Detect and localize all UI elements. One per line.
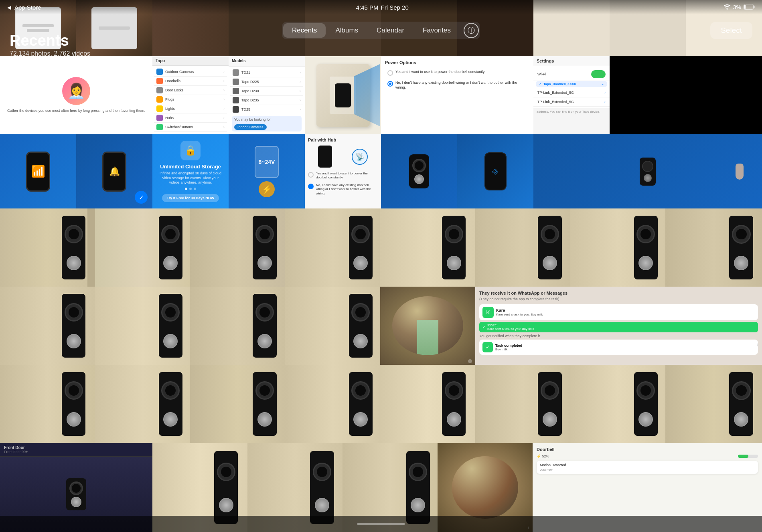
grid-cell[interactable]: [665, 365, 762, 443]
tab-albums[interactable]: Albums: [326, 23, 367, 38]
chat-subtitle: (They do not require the app to complete…: [479, 297, 758, 301]
wifi-symbol-icon: 📶: [31, 165, 45, 178]
doorbell-time: Just now: [540, 468, 755, 471]
notif-name: Kare: [496, 308, 543, 313]
grid-cell[interactable]: 🔒 Unlimited Cloud Storage Infinite and e…: [152, 134, 229, 208]
grid-cell[interactable]: [533, 134, 762, 208]
status-left: ◀ App Store: [7, 4, 41, 11]
grid-cell[interactable]: Pair with Hub 📡 Yes and I want to use it…: [305, 134, 381, 208]
screenshot-header: Tapo: [152, 56, 229, 66]
grid-cell[interactable]: 🔔 ✓: [76, 134, 152, 208]
front-door-label: Front Door: [4, 445, 148, 450]
task-number: 335251: [487, 324, 534, 327]
grid-cell[interactable]: [0, 287, 95, 365]
grid-row-2: 👩‍💼 Gather the devices you use most ofte…: [0, 56, 762, 134]
marketing-title: Unlimited Cloud Storage: [160, 164, 221, 170]
doorbell-icon: 🔔: [109, 166, 120, 177]
tab-recents[interactable]: Recents: [283, 23, 326, 38]
pair-option-2: No, I don't have any existing doorbell w…: [316, 183, 378, 196]
doorbell-status: Motion Detected: [540, 463, 755, 467]
marketing-cta-button[interactable]: Try It Free for 30 Days NOW: [162, 194, 219, 202]
grid-cell[interactable]: [380, 287, 475, 365]
grid-cell[interactable]: [475, 365, 570, 443]
chat-title: They receive it on WhatsApp or Messages: [479, 291, 758, 295]
tab-calendar[interactable]: Calendar: [368, 23, 413, 38]
grid-cell[interactable]: Models TD21› Tapo D225› Tapo D230› Tapo …: [229, 56, 305, 134]
lightning-icon: ⚡: [262, 184, 272, 194]
marketing-desc: Infinite and encrypted 30 days of cloud …: [159, 171, 222, 185]
grid-cell[interactable]: [285, 287, 380, 365]
battery-pct: 3%: [733, 4, 741, 10]
grid-cell[interactable]: [475, 208, 570, 287]
check-icon: ✓: [482, 325, 486, 329]
grid-cell[interactable]: [190, 208, 285, 287]
task-complete-label: Task completed: [495, 344, 522, 348]
nav-dot: [185, 188, 187, 190]
grid-cell[interactable]: 8~24V ⚡: [229, 134, 305, 208]
grid-row-4: [0, 208, 762, 287]
fisheye-indicator: [468, 359, 472, 363]
grid-cell[interactable]: [0, 208, 95, 287]
indoor-cameras-tag[interactable]: Indoor Cameras: [234, 124, 267, 130]
bottom-bar: [0, 516, 762, 532]
battery-percent: ⚡ 52%: [537, 454, 549, 458]
grid-cell[interactable]: [95, 287, 190, 365]
grid-cell[interactable]: 📶: [0, 134, 76, 208]
grid-cell[interactable]: [570, 208, 665, 287]
time-display: 4:45 PM: [356, 4, 379, 11]
nav-dot: [189, 188, 192, 190]
grid-cell[interactable]: [305, 56, 381, 134]
check-badge: ✓: [135, 191, 148, 204]
grid-cell[interactable]: They receive it on WhatsApp or Messages …: [475, 287, 762, 365]
wifi-hint-text: address. You can find it on your Tapo de…: [533, 108, 610, 115]
bluetooth-icon: ⎆: [492, 165, 499, 178]
device-model-header: Models: [232, 59, 302, 63]
avatar-icon: 👩‍💼: [62, 77, 90, 105]
wifi-icon: [723, 4, 731, 11]
grid-cell[interactable]: [381, 134, 457, 208]
wifi-settings-header: Settings: [533, 56, 610, 66]
grid-cell[interactable]: [190, 287, 285, 365]
svg-rect-2: [754, 6, 755, 8]
grid-cell[interactable]: [0, 365, 95, 443]
kare-icon: K: [482, 307, 494, 318]
scroll-indicator: [357, 523, 405, 525]
pair-hub-title: Pair with Hub: [308, 138, 378, 142]
grid-cell[interactable]: ⎆: [457, 134, 533, 208]
task-complete-icon: ✓: [482, 342, 493, 352]
grid-cell[interactable]: [285, 208, 380, 287]
status-center: 4:45 PM Fri Sep 20: [356, 4, 409, 11]
grid-cell[interactable]: [665, 208, 762, 287]
task-complete-sub: Buy milk: [495, 348, 522, 351]
grid-cell[interactable]: Tapo Outdoor Cameras› Doorbells› Door Lo…: [152, 56, 229, 134]
info-button[interactable]: ⓘ: [464, 23, 479, 38]
grid-cell[interactable]: [190, 365, 285, 443]
grid-row-6: [0, 365, 762, 443]
grid-cell[interactable]: [285, 365, 380, 443]
nav-dot: [194, 188, 196, 190]
tab-favorites[interactable]: Favorites: [414, 23, 460, 38]
page-title: Recents: [10, 32, 90, 49]
wifi-label: Wi-Fi: [537, 72, 546, 76]
grid-cell[interactable]: 👩‍💼 Gather the devices you use most ofte…: [0, 56, 152, 134]
front-door-sublabel: Front door 99+: [4, 450, 148, 454]
date-display: Fri Sep 20: [381, 4, 409, 11]
select-button[interactable]: Select: [710, 22, 752, 39]
grid-cell[interactable]: [95, 208, 190, 287]
power-no-text: No, I don't have any existing doorbell w…: [395, 81, 527, 90]
grid-cell[interactable]: [380, 365, 475, 443]
grid-cell[interactable]: Settings Wi-Fi ✓ Tapo_Doorbell_XXXX ⌄ TP…: [533, 56, 610, 134]
wifi-network-name: Tapo_Doorbell_XXXX: [543, 82, 576, 86]
store-label: App Store: [14, 4, 41, 11]
grid-cell[interactable]: [380, 208, 475, 287]
svg-rect-1: [744, 5, 746, 9]
grid-cell[interactable]: [570, 365, 665, 443]
page-subtitle: 72,134 photos, 2,762 videos: [10, 50, 90, 57]
back-arrow-icon[interactable]: ◀: [7, 4, 11, 10]
grid-cell[interactable]: [95, 365, 190, 443]
grid-row-5: They receive it on WhatsApp or Messages …: [0, 287, 762, 365]
grid-cell[interactable]: Power Options Yes and I want to use it t…: [381, 56, 533, 134]
battery-icon: [744, 4, 755, 11]
onboarding-text: Gather the devices you use most often he…: [7, 108, 145, 113]
pair-option-1: Yes and I want to use it to power the do…: [316, 172, 378, 180]
